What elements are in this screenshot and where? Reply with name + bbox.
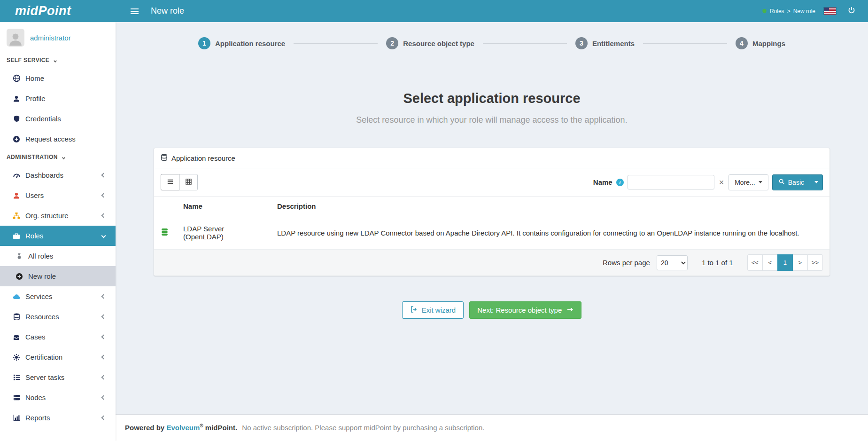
chevron-left-icon [101,416,106,420]
user-avatar[interactable] [7,29,24,47]
more-filters-button[interactable]: More... [728,174,768,190]
table-footer: Rows per page 20 1 to 1 of 1 << < 1 > >> [154,250,829,276]
chevron-left-icon [101,213,106,218]
list-view-button[interactable] [161,174,179,190]
resource-name-cell[interactable]: LDAP Server (OpenLDAP) [177,216,271,250]
sidebar-item-services[interactable]: Services [0,286,116,307]
briefcase-icon [11,232,22,240]
database-icon [11,313,22,320]
description-column-header: Description [271,197,829,216]
name-search-input[interactable] [628,175,714,189]
sidebar-username[interactable]: administrator [30,34,71,42]
page-title: New role [151,6,184,16]
info-icon[interactable]: i [616,179,624,186]
search-mode-button[interactable]: Basic [772,174,823,190]
sidebar-item-label: Services [25,292,53,300]
step-label: Entitlements [592,39,635,47]
pagination-next-button[interactable]: > [792,254,808,271]
table-toolbar: Name i × More... Basic [154,168,829,196]
inbox-icon [11,333,22,341]
sidebar-section-self-service[interactable]: SELF SERVICE [0,52,116,68]
sidebar-item-org-structure[interactable]: Org. structure [0,205,116,226]
search-mode-label: Basic [788,179,804,186]
next-step-button[interactable]: Next: Resource object type [469,301,581,319]
sidebar-item-label: Cases [25,333,46,341]
language-flag[interactable] [824,8,836,15]
pagination-last-button[interactable]: >> [807,254,823,271]
sidebar-item-reports[interactable]: Reports [0,408,116,428]
icon-column-header [154,197,177,216]
top-navbar: midPoint New role Roles > New role [0,0,868,22]
table-row[interactable]: LDAP Server (OpenLDAP) LDAP resource usi… [154,216,829,250]
wizard-step-mappings[interactable]: 4 Mappings [736,37,785,49]
section-label: SELF SERVICE [7,57,49,63]
sidebar-item-all-roles[interactable]: All roles [0,246,116,266]
sidebar-item-dashboards[interactable]: Dashboards [0,165,116,185]
application-resource-panel: Application resource [154,148,830,276]
chevron-left-icon [101,294,106,299]
left-sidebar: administrator SELF SERVICE Home Profile … [0,22,116,441]
search-mode-dropdown[interactable] [810,175,822,190]
brand-logo[interactable]: midPoint [0,4,116,18]
clear-search-button[interactable]: × [718,178,725,187]
step-connector [643,43,727,44]
wizard-step-resource-object-type[interactable]: 2 Resource object type [386,37,474,49]
chevron-left-icon [101,335,106,339]
sidebar-item-home[interactable]: Home [0,68,116,88]
section-label: ADMINISTRATION [7,154,58,160]
step-label: Resource object type [403,39,474,47]
evolveum-link[interactable]: Evolveum [166,424,200,432]
sidebar-item-label: Server tasks [25,373,64,381]
breadcrumb-current[interactable]: New role [793,8,815,15]
sidebar-item-label: Home [25,74,44,82]
page-footer: Powered by Evolveum® midPoint. No active… [116,414,868,441]
sidebar-item-server-tasks[interactable]: Server tasks [0,367,116,387]
table-view-button[interactable] [179,174,198,190]
sidebar-item-label: Resources [25,313,59,321]
logout-button[interactable] [845,6,859,16]
product-label: midPoint. [205,424,237,432]
pagination-prev-button[interactable]: < [762,254,778,271]
rows-per-page-select[interactable]: 20 [657,255,688,270]
view-toggle-group [161,174,198,190]
sidebar-item-cases[interactable]: Cases [0,327,116,347]
sidebar-item-label: Certification [25,353,62,361]
chevron-left-icon [101,173,106,178]
panel-title: Application resource [171,154,235,162]
sidebar-item-roles[interactable]: Roles [0,226,116,246]
user-panel: administrator [0,22,116,52]
chevron-left-icon [101,395,106,400]
wizard-step-application-resource[interactable]: 1 Application resource [198,37,285,49]
user-icon [11,95,22,102]
sidebar-item-profile[interactable]: Profile [0,88,116,109]
pagination: << < 1 > >> [747,254,823,271]
rows-per-page-label: Rows per page [603,259,650,267]
content-area: 1 Application resource 2 Resource object… [116,22,868,414]
sidebar-section-administration[interactable]: ADMINISTRATION [0,149,116,165]
sidebar-item-label: Users [25,191,44,199]
exit-icon [410,306,418,315]
sidebar-item-request-access[interactable]: Request access [0,129,116,149]
sidebar-item-new-role[interactable]: New role [0,266,116,286]
sidebar-item-label: Profile [25,94,46,102]
chevron-down-icon [62,156,65,159]
pagination-page-1-button[interactable]: 1 [777,254,793,271]
arrow-right-icon [566,306,574,315]
sidebar-item-credentials[interactable]: Credentials [0,109,116,129]
sidebar-item-users[interactable]: Users [0,185,116,205]
database-icon [161,154,168,162]
topbar-right-cluster: Roles > New role [762,6,868,16]
menu-toggle-button[interactable] [128,6,141,17]
sidebar-item-nodes[interactable]: Nodes [0,387,116,408]
chevron-left-icon [101,193,106,198]
paging-summary: 1 to 1 of 1 [702,259,733,267]
exit-wizard-button[interactable]: Exit wizard [402,301,464,319]
wizard-step-entitlements[interactable]: 3 Entitlements [575,37,635,49]
breadcrumb-parent[interactable]: Roles [770,8,784,15]
sidebar-item-certification[interactable]: Certification [0,347,116,367]
sidebar-item-label: Reports [25,414,50,422]
sidebar-item-resources[interactable]: Resources [0,307,116,327]
pagination-first-button[interactable]: << [747,254,763,271]
task-list-icon [11,374,22,381]
hamburger-icon [131,8,139,9]
